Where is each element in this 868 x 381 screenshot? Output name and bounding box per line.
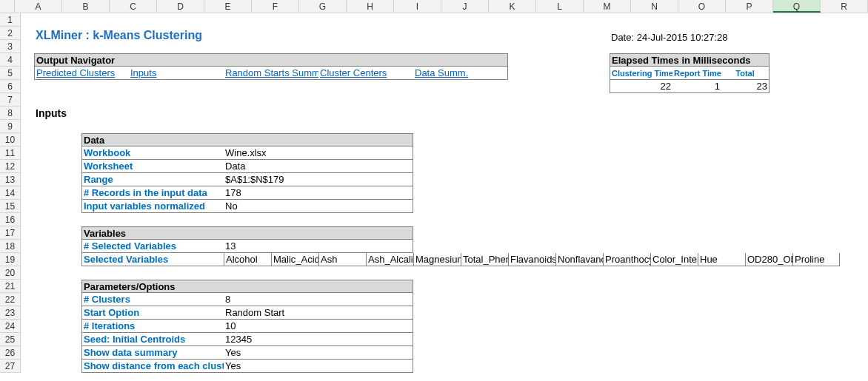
row-header-11[interactable]: 11 (0, 146, 20, 160)
col-header-O[interactable]: O (678, 0, 726, 13)
row-header-3[interactable]: 3 (0, 40, 20, 53)
elapsed-val-clustering: 22 (610, 80, 672, 93)
col-header-C[interactable]: C (110, 0, 157, 13)
nav-link-predicted-clusters[interactable]: Predicted Clusters (34, 67, 129, 80)
col-header-J[interactable]: J (441, 0, 489, 13)
col-header-L[interactable]: L (536, 0, 584, 13)
sheet-area[interactable]: XLMiner : k-Means Clustering Date: 24-Ju… (21, 13, 868, 373)
variable-cell: Magnesium (413, 253, 461, 266)
col-header-M[interactable]: M (584, 0, 631, 13)
params-section-header: Parameters/Options (81, 280, 413, 293)
variables-section-header: Variables (81, 226, 413, 240)
col-header-P[interactable]: P (726, 0, 773, 13)
variable-cell: Ash (318, 253, 366, 266)
corner-cell[interactable] (0, 0, 15, 13)
row-header-13[interactable]: 13 (0, 173, 20, 186)
col-header-Q[interactable]: Q (773, 0, 821, 13)
row-header-15[interactable]: 15 (0, 200, 20, 213)
page-title: XLMiner : k-Means Clustering (34, 27, 330, 44)
param-row-value: 12345 (224, 333, 413, 346)
col-header-D[interactable]: D (157, 0, 204, 13)
data-row-label: Worksheet (81, 160, 224, 173)
row-header-24[interactable]: 24 (0, 320, 20, 333)
elapsed-col-clustering: Clustering Time (610, 67, 672, 80)
col-header-F[interactable]: F (252, 0, 299, 13)
sel-vars-label: Selected Variables (81, 253, 224, 266)
param-row-value: Random Start (224, 306, 413, 320)
row-header-6[interactable]: 6 (0, 80, 20, 93)
row-header-14[interactable]: 14 (0, 186, 20, 200)
row-header-27[interactable]: 27 (0, 360, 20, 373)
data-row-value: $A$1:$N$179 (224, 173, 413, 186)
elapsed-val-report: 1 (672, 80, 721, 93)
row-headers: 1234567891011121314151617181920212223242… (0, 13, 21, 373)
sel-count-val: 13 (224, 240, 413, 253)
nav-link-random-starts[interactable]: Random Starts Summ. (224, 67, 318, 80)
data-row-value: 178 (224, 186, 413, 200)
data-row-label: Input variables normalized (81, 200, 224, 213)
variable-cell: Proanthocyanins (603, 253, 650, 266)
variable-cell: Alcohol (224, 253, 271, 266)
variable-cell: Color_Intensity (650, 253, 698, 266)
row-header-1[interactable]: 1 (0, 13, 20, 27)
variable-cell: Hue (698, 253, 745, 266)
row-header-19[interactable]: 19 (0, 253, 20, 266)
row-header-5[interactable]: 5 (0, 67, 20, 80)
row-header-20[interactable]: 20 (0, 266, 20, 280)
col-header-N[interactable]: N (631, 0, 678, 13)
col-header-B[interactable]: B (62, 0, 110, 13)
param-row-value: Yes (224, 346, 413, 360)
col-header-R[interactable]: R (821, 0, 868, 13)
variable-cell: Malic_Acid (271, 253, 318, 266)
data-row-label: # Records in the input data (81, 186, 224, 200)
param-row-label: # Iterations (81, 320, 224, 333)
row-header-10[interactable]: 10 (0, 133, 20, 146)
row-header-12[interactable]: 12 (0, 160, 20, 173)
row-header-4[interactable]: 4 (0, 53, 20, 67)
variable-cell: Ash_Alcalinity (366, 253, 413, 266)
param-row-value: 8 (224, 293, 413, 306)
data-row-value: No (224, 200, 413, 213)
row-header-2[interactable]: 2 (0, 27, 20, 40)
row-header-18[interactable]: 18 (0, 240, 20, 253)
col-header-K[interactable]: K (489, 0, 536, 13)
col-header-A[interactable]: A (15, 0, 62, 13)
elapsed-col-total: Total (721, 67, 769, 80)
variable-cell: Total_Phenols (461, 253, 508, 266)
data-row-label: Workbook (81, 146, 224, 160)
col-header-I[interactable]: I (394, 0, 441, 13)
variable-cell: Nonflavanoid_Phenols (555, 253, 603, 266)
nav-link-inputs[interactable]: Inputs (129, 67, 224, 80)
param-row-label: Show distance from each cluster (81, 360, 224, 373)
elapsed-col-report: Report Time (672, 67, 721, 80)
param-row-label: Start Option (81, 306, 224, 320)
param-row-label: # Clusters (81, 293, 224, 306)
data-row-label: Range (81, 173, 224, 186)
inputs-heading: Inputs (34, 107, 182, 120)
row-header-23[interactable]: 23 (0, 306, 20, 320)
nav-link-data-summ[interactable]: Data Summ. (413, 67, 508, 80)
elapsed-val-total: 23 (721, 80, 769, 93)
row-header-25[interactable]: 25 (0, 333, 20, 346)
row-header-17[interactable]: 17 (0, 226, 20, 240)
row-header-8[interactable]: 8 (0, 107, 20, 120)
row-header-22[interactable]: 22 (0, 293, 20, 306)
output-navigator-header: Output Navigator (34, 53, 508, 67)
param-row-label: Seed: Initial Centroids (81, 333, 224, 346)
col-header-H[interactable]: H (347, 0, 394, 13)
data-row-value: Wine.xlsx (224, 146, 413, 160)
nav-link-cluster-centers[interactable]: Cluster Centers (318, 67, 413, 80)
param-row-value: Yes (224, 360, 413, 373)
row-header-21[interactable]: 21 (0, 280, 20, 293)
col-header-E[interactable]: E (204, 0, 252, 13)
row-header-9[interactable]: 9 (0, 120, 20, 133)
row-header-26[interactable]: 26 (0, 346, 20, 360)
row-header-16[interactable]: 16 (0, 213, 20, 226)
col-header-G[interactable]: G (299, 0, 347, 13)
variable-cell: OD280_OD315 (745, 253, 792, 266)
row-header-7[interactable]: 7 (0, 93, 20, 107)
sel-count-label: # Selected Variables (81, 240, 224, 253)
data-row-value: Data (224, 160, 413, 173)
column-headers: ABCDEFGHIJKLMNOPQR (0, 0, 868, 13)
variable-cell: Proline (792, 253, 840, 266)
